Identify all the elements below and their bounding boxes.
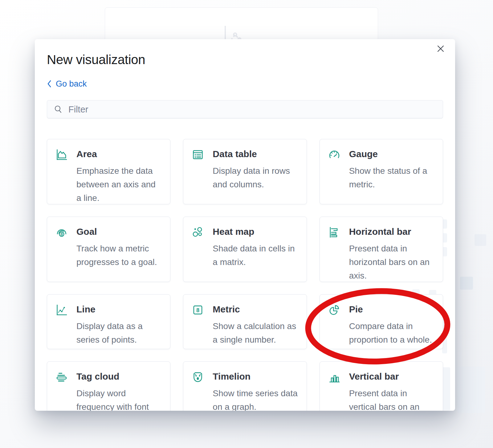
viz-card-heat-map[interactable]: Heat mapShade data in cells in a matrix. <box>183 217 307 282</box>
viz-card-vertical-bar[interactable]: Vertical barPresent data in vertical bar… <box>320 361 443 411</box>
area-chart-icon <box>55 148 68 196</box>
viz-card-horizontal-bar[interactable]: Horizontal barPresent data in horizontal… <box>320 217 443 282</box>
viz-card-description: Shade data in cells in a matrix. <box>213 242 298 269</box>
viz-card-title: Timelion <box>213 371 298 382</box>
viz-card-metric[interactable]: 8MetricShow a calculation as a single nu… <box>183 294 307 349</box>
viz-card-description: Compare data in proportion to a whole. <box>349 320 435 347</box>
modal-title: New visualization <box>47 52 443 67</box>
viz-card-title: Line <box>76 303 162 315</box>
new-visualization-modal: New visualization Go back AreaEmphasize … <box>35 39 455 411</box>
pie-chart-icon <box>328 303 341 340</box>
viz-card-text: Tag cloudDisplay word frequency with fon… <box>76 370 162 411</box>
viz-card-title: Goal <box>76 226 162 238</box>
viz-card-text: GaugeShow the status of a metric. <box>349 148 435 196</box>
chevron-left-icon <box>47 80 52 88</box>
viz-card-title: Heat map <box>213 226 298 238</box>
viz-card-tag-cloud[interactable]: Tag cloudDisplay word frequency with fon… <box>47 361 170 411</box>
viz-card-gauge[interactable]: GaugeShow the status of a metric. <box>320 139 443 204</box>
viz-card-title: Area <box>76 148 162 160</box>
background-decoration <box>475 234 486 246</box>
viz-card-description: Show a calculation as a single number. <box>213 320 298 347</box>
viz-card-text: GoalTrack how a metric progresses to a g… <box>76 225 162 273</box>
viz-card-text: Horizontal barPresent data in horizontal… <box>349 225 435 273</box>
line-chart-icon <box>55 303 68 340</box>
svg-text:8: 8 <box>196 307 199 313</box>
close-icon[interactable] <box>435 43 446 54</box>
timelion-icon <box>191 370 204 411</box>
viz-card-text: Vertical barPresent data in vertical bar… <box>349 370 435 411</box>
viz-card-title: Tag cloud <box>76 371 162 382</box>
viz-card-description: Present data in horizontal bars on an ax… <box>349 242 435 283</box>
filter-search-box <box>47 100 443 119</box>
vertical-bar-icon <box>328 370 341 411</box>
metric-icon: 8 <box>191 303 204 340</box>
go-back-link[interactable]: Go back <box>47 79 87 89</box>
viz-card-description: Show time series data on a graph. <box>213 387 298 411</box>
viz-card-text: AreaEmphasize the data between an axis a… <box>76 148 162 196</box>
viz-card-timelion[interactable]: TimelionShow time series data on a graph… <box>183 361 307 411</box>
go-back-label: Go back <box>56 79 87 89</box>
viz-card-line[interactable]: LineDisplay data as a series of points. <box>47 294 170 349</box>
viz-card-description: Display word frequency with font size. <box>76 387 162 411</box>
gauge-icon <box>328 148 341 196</box>
filter-input[interactable] <box>68 100 443 119</box>
visualization-type-grid: AreaEmphasize the data between an axis a… <box>47 139 443 411</box>
viz-card-text: Data tableDisplay data in rows and colum… <box>213 148 298 196</box>
viz-card-goal[interactable]: 8GoalTrack how a metric progresses to a … <box>47 217 170 282</box>
viz-card-text: LineDisplay data as a series of points. <box>76 303 162 340</box>
viz-card-description: Track how a metric progresses to a goal. <box>76 242 162 269</box>
viz-card-description: Display data in rows and columns. <box>213 164 298 191</box>
viz-card-text: MetricShow a calculation as a single num… <box>213 303 298 340</box>
viz-card-description: Present data in vertical bars on an axis… <box>349 387 435 411</box>
viz-card-description: Show the status of a metric. <box>349 164 435 191</box>
svg-text:8: 8 <box>60 232 63 237</box>
viz-card-title: Vertical bar <box>349 371 435 382</box>
viz-card-title: Data table <box>213 148 298 160</box>
viz-card-text: PieCompare data in proportion to a whole… <box>349 303 435 340</box>
viz-card-area[interactable]: AreaEmphasize the data between an axis a… <box>47 139 170 204</box>
background-decoration <box>460 277 473 290</box>
tag-cloud-icon <box>55 370 68 411</box>
viz-card-title: Metric <box>213 303 298 315</box>
search-icon <box>54 105 63 114</box>
goal-icon: 8 <box>55 225 68 273</box>
viz-card-data-table[interactable]: Data tableDisplay data in rows and colum… <box>183 139 307 204</box>
viz-card-description: Emphasize the data between an axis and a… <box>76 164 162 205</box>
background-decoration <box>457 367 485 413</box>
viz-card-description: Display data as a series of points. <box>76 320 162 347</box>
heat-map-icon <box>191 225 204 273</box>
data-table-icon <box>191 148 204 196</box>
viz-card-text: TimelionShow time series data on a graph… <box>213 370 298 411</box>
viz-card-pie[interactable]: PieCompare data in proportion to a whole… <box>320 294 443 349</box>
viz-card-title: Gauge <box>349 148 435 160</box>
viz-card-title: Horizontal bar <box>349 226 435 238</box>
viz-card-title: Pie <box>349 303 435 315</box>
horizontal-bar-icon <box>328 225 341 273</box>
viz-card-text: Heat mapShade data in cells in a matrix. <box>213 225 298 273</box>
